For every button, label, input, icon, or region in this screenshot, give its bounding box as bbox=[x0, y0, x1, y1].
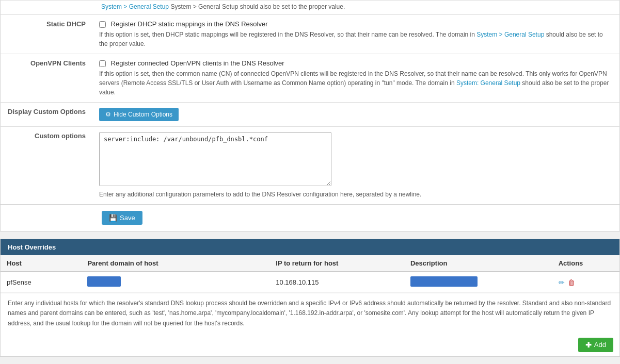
display-custom-options-row: Display Custom Options ⚙ Hide Custom Opt… bbox=[1, 103, 620, 127]
top-desc-label-cell bbox=[1, 1, 94, 15]
static-dhcp-link[interactable]: System > General Setup bbox=[476, 31, 544, 38]
row-parent-domain bbox=[81, 272, 269, 293]
add-button[interactable]: ✚ Add bbox=[578, 338, 613, 352]
host-overrides-section: Host Overrides Host Parent domain of hos… bbox=[0, 239, 620, 357]
row-host: pfSense bbox=[1, 272, 81, 293]
save-label: Save bbox=[120, 214, 135, 222]
custom-options-description: Enter any additional configuration param… bbox=[99, 190, 612, 199]
system-general-setup-link-top[interactable]: System > General Setup bbox=[101, 3, 169, 10]
display-custom-options-label: Display Custom Options bbox=[1, 103, 94, 127]
parent-domain-color-block bbox=[87, 276, 121, 287]
add-plus-icon: ✚ bbox=[585, 341, 592, 349]
static-dhcp-description: If this option is set, then DHCP static … bbox=[99, 30, 612, 48]
host-overrides-table: Host Parent domain of host IP to return … bbox=[1, 255, 619, 293]
openvpn-checkbox-line: Register connected OpenVPN clients in th… bbox=[99, 59, 612, 67]
table-row: pfSense 10.168.10.115 ✏ 🗑 bbox=[1, 272, 619, 293]
save-area: 💾 Save bbox=[0, 205, 620, 231]
static-dhcp-row: Static DHCP Register DHCP static mapping… bbox=[1, 15, 620, 54]
host-overrides-header-row: Host Parent domain of host IP to return … bbox=[1, 255, 619, 272]
openvpn-description: If this option is set, then the common n… bbox=[99, 69, 612, 97]
hide-custom-options-label: Hide Custom Options bbox=[114, 111, 172, 118]
settings-table: System > General Setup System > General … bbox=[0, 0, 620, 205]
openvpn-clients-row: OpenVPN Clients Register connected OpenV… bbox=[1, 54, 620, 103]
gear-icon: ⚙ bbox=[105, 111, 111, 118]
save-button[interactable]: 💾 Save bbox=[102, 211, 142, 225]
openvpn-checkbox-label: Register connected OpenVPN clients in th… bbox=[111, 59, 284, 67]
static-dhcp-value: Register DHCP static mappings in the DNS… bbox=[94, 15, 620, 54]
row-actions: ✏ 🗑 bbox=[552, 272, 619, 293]
custom-options-value: server:include: /var/unbound/pfb_dnsbl.*… bbox=[94, 127, 620, 205]
edit-icon[interactable]: ✏ bbox=[559, 278, 565, 287]
top-desc-value-cell: System > General Setup System > General … bbox=[94, 1, 620, 15]
host-overrides-footer-description: Enter any individual hosts for which the… bbox=[1, 293, 619, 334]
add-button-area: ✚ Add bbox=[1, 334, 619, 356]
openvpn-link[interactable]: System: General Setup bbox=[456, 79, 520, 87]
col-parent-header: Parent domain of host bbox=[81, 255, 269, 272]
col-desc-header: Description bbox=[404, 255, 552, 272]
openvpn-clients-label: OpenVPN Clients bbox=[1, 54, 94, 103]
hide-custom-options-button[interactable]: ⚙ Hide Custom Options bbox=[99, 108, 179, 121]
openvpn-checkbox[interactable] bbox=[99, 60, 106, 67]
row-description bbox=[404, 272, 552, 293]
custom-options-label: Custom options bbox=[1, 127, 94, 205]
row-ip: 10.168.10.115 bbox=[269, 272, 404, 293]
description-color-block bbox=[410, 276, 478, 287]
add-label: Add bbox=[594, 341, 606, 349]
host-overrides-title: Host Overrides bbox=[8, 243, 56, 251]
col-host-header: Host bbox=[1, 255, 81, 272]
openvpn-clients-value: Register connected OpenVPN clients in th… bbox=[94, 54, 620, 103]
col-ip-header: IP to return for host bbox=[269, 255, 404, 272]
delete-icon[interactable]: 🗑 bbox=[568, 278, 575, 287]
static-dhcp-checkbox[interactable] bbox=[99, 21, 106, 28]
save-floppy-icon: 💾 bbox=[109, 214, 117, 222]
top-description-row: System > General Setup System > General … bbox=[1, 1, 620, 15]
static-dhcp-checkbox-label: Register DHCP static mappings in the DNS… bbox=[111, 20, 268, 28]
custom-options-row: Custom options server:include: /var/unbo… bbox=[1, 127, 620, 205]
action-icons: ✏ 🗑 bbox=[559, 278, 613, 287]
static-dhcp-label: Static DHCP bbox=[1, 15, 94, 54]
top-desc-text: System > General Setup System > General … bbox=[101, 3, 345, 10]
col-actions-header: Actions bbox=[552, 255, 619, 272]
host-overrides-header: Host Overrides bbox=[1, 239, 619, 255]
display-custom-options-value: ⚙ Hide Custom Options bbox=[94, 103, 620, 127]
static-dhcp-checkbox-line: Register DHCP static mappings in the DNS… bbox=[99, 20, 612, 28]
custom-options-textarea[interactable]: server:include: /var/unbound/pfb_dnsbl.*… bbox=[99, 132, 331, 186]
